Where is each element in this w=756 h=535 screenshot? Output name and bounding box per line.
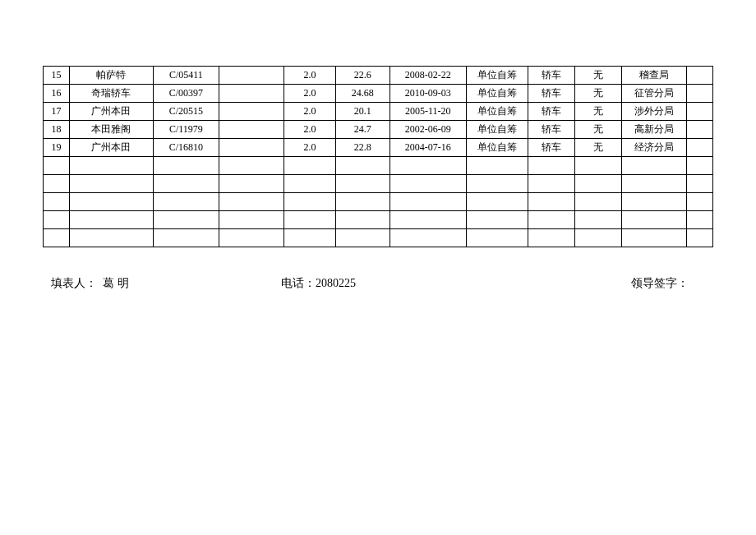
cell-status: 无	[574, 67, 621, 85]
cell-empty	[574, 157, 621, 175]
cell-idx: 17	[44, 103, 70, 121]
cell-empty	[687, 157, 713, 175]
cell-empty	[44, 193, 70, 211]
cell-empty	[154, 211, 219, 229]
cell-empty	[574, 229, 621, 247]
cell-idx: 16	[44, 85, 70, 103]
cell-spec: 2.0	[284, 67, 336, 85]
cell-qty: 22.6	[335, 67, 390, 85]
cell-empty	[621, 157, 687, 175]
cell-source: 单位自筹	[466, 103, 528, 121]
cell-empty	[335, 211, 390, 229]
cell-empty	[466, 175, 528, 193]
cell-empty	[69, 211, 153, 229]
cell-empty	[219, 193, 284, 211]
cell-idx: 15	[44, 67, 70, 85]
cell-date: 2004-07-16	[390, 139, 466, 157]
cell-last	[687, 85, 713, 103]
cell-date: 2005-11-20	[390, 103, 466, 121]
cell-idx: 19	[44, 139, 70, 157]
cell-spec: 2.0	[284, 139, 336, 157]
filler-label: 填表人：	[51, 277, 97, 289]
cell-empty	[466, 229, 528, 247]
cell-date: 2008-02-22	[390, 67, 466, 85]
cell-empty	[687, 229, 713, 247]
cell-code: C/05411	[154, 67, 219, 85]
cell-date: 2002-06-09	[390, 121, 466, 139]
cell-empty	[69, 157, 153, 175]
cell-dept: 涉外分局	[621, 103, 687, 121]
cell-dept: 征管分局	[621, 85, 687, 103]
cell-empty	[335, 229, 390, 247]
cell-empty	[284, 211, 336, 229]
cell-empty	[528, 157, 574, 175]
cell-empty	[219, 157, 284, 175]
cell-code: C/20515	[154, 103, 219, 121]
cell-code: C/16810	[154, 139, 219, 157]
table-row: 17广州本田C/205152.020.12005-11-20单位自筹轿车无涉外分…	[44, 103, 713, 121]
cell-last	[687, 67, 713, 85]
signature-section: 领导签字：	[528, 276, 705, 291]
cell-dept: 高新分局	[621, 121, 687, 139]
cell-empty	[621, 175, 687, 193]
cell-empty	[335, 193, 390, 211]
cell-empty	[528, 193, 574, 211]
cell-type: 轿车	[528, 139, 574, 157]
table-row-empty	[44, 193, 713, 211]
cell-qty: 20.1	[335, 103, 390, 121]
cell-name: 帕萨特	[69, 67, 153, 85]
cell-empty	[621, 193, 687, 211]
cell-name: 广州本田	[69, 103, 153, 121]
cell-empty	[621, 229, 687, 247]
cell-empty	[154, 229, 219, 247]
cell-blank1	[219, 67, 284, 85]
phone-label: 电话：	[281, 277, 316, 289]
cell-empty	[154, 175, 219, 193]
cell-last	[687, 103, 713, 121]
cell-idx: 18	[44, 121, 70, 139]
phone-value: 2080225	[316, 277, 356, 289]
cell-date: 2010-09-03	[390, 85, 466, 103]
cell-empty	[335, 175, 390, 193]
cell-empty	[219, 211, 284, 229]
cell-type: 轿车	[528, 103, 574, 121]
cell-empty	[69, 175, 153, 193]
cell-empty	[44, 229, 70, 247]
cell-code: C/11979	[154, 121, 219, 139]
cell-blank1	[219, 139, 284, 157]
cell-empty	[284, 157, 336, 175]
cell-type: 轿车	[528, 121, 574, 139]
cell-empty	[687, 211, 713, 229]
cell-empty	[154, 193, 219, 211]
cell-blank1	[219, 103, 284, 121]
cell-empty	[528, 211, 574, 229]
cell-type: 轿车	[528, 85, 574, 103]
cell-empty	[335, 157, 390, 175]
cell-dept: 稽查局	[621, 67, 687, 85]
filler-section: 填表人： 葛 明	[51, 276, 281, 291]
cell-empty	[528, 229, 574, 247]
cell-empty	[44, 211, 70, 229]
cell-source: 单位自筹	[466, 67, 528, 85]
cell-empty	[284, 193, 336, 211]
cell-empty	[621, 211, 687, 229]
cell-empty	[44, 157, 70, 175]
cell-blank1	[219, 121, 284, 139]
cell-empty	[687, 175, 713, 193]
vehicle-table: 15帕萨特C/054112.022.62008-02-22单位自筹轿车无稽查局1…	[43, 66, 713, 247]
cell-spec: 2.0	[284, 85, 336, 103]
cell-dept: 经济分局	[621, 139, 687, 157]
cell-source: 单位自筹	[466, 139, 528, 157]
filler-name: 葛 明	[103, 277, 129, 289]
cell-empty	[466, 157, 528, 175]
cell-empty	[154, 157, 219, 175]
table-row: 19广州本田C/168102.022.82004-07-16单位自筹轿车无经济分…	[44, 139, 713, 157]
cell-last	[687, 139, 713, 157]
cell-empty	[574, 211, 621, 229]
signature-label: 领导签字：	[631, 277, 689, 289]
cell-blank1	[219, 85, 284, 103]
cell-last	[687, 121, 713, 139]
cell-spec: 2.0	[284, 103, 336, 121]
cell-status: 无	[574, 103, 621, 121]
cell-empty	[687, 193, 713, 211]
